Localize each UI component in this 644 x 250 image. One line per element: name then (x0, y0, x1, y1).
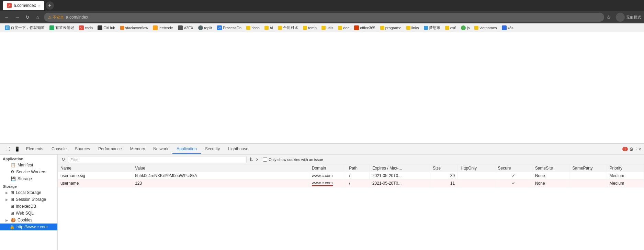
devtools-close-btn[interactable]: × (639, 146, 641, 152)
processon-icon: On (217, 25, 222, 30)
new-tab-btn[interactable]: + (46, 1, 54, 10)
vietnames-icon (474, 26, 478, 30)
bookmark-mengxiangjia[interactable]: 梦想家 (422, 24, 442, 32)
expand-local-storage: ▶ (5, 191, 9, 195)
bookmark-star-btn[interactable]: ☆ (606, 14, 611, 21)
reload-btn[interactable]: ↻ (23, 13, 32, 21)
tab-favicon: A (7, 3, 12, 8)
only-issues-label[interactable]: Only show cookies with an issue (263, 157, 323, 162)
tab-performance[interactable]: Performance (94, 144, 126, 154)
tab-network[interactable]: Network (149, 144, 172, 154)
col-header-domain[interactable]: Domain (309, 164, 346, 172)
bookmark-ai[interactable]: AI (262, 24, 275, 32)
filter-input[interactable] (68, 156, 247, 163)
devtools-settings-btn[interactable]: ⚙ (629, 146, 634, 152)
bookmark-ricoh[interactable]: ricoh (244, 24, 262, 32)
indexeddb-icon: ⊞ (11, 204, 14, 209)
bookmark-v2ex[interactable]: V2EX (176, 24, 195, 32)
profile-avatar (616, 13, 625, 22)
sidebar-item-indexeddb[interactable]: ⊞ IndexedDB (0, 203, 57, 210)
storage-label: Storage (18, 176, 32, 181)
bookmark-links[interactable]: links (404, 24, 421, 32)
refresh-btn[interactable]: ↻ (60, 156, 67, 163)
sidebar-item-cookies[interactable]: ▶ 🍪 Cookies (0, 217, 57, 224)
bookmark-k8s[interactable]: k8s (500, 24, 516, 32)
tab-lighthouse[interactable]: Lighthouse (224, 144, 252, 154)
cell-httponly (458, 172, 495, 180)
forward-btn[interactable]: → (13, 13, 21, 21)
back-btn[interactable]: ← (3, 13, 11, 21)
bookmark-csdn[interactable]: C csdn (77, 24, 95, 32)
col-header-samesite[interactable]: SameSite (532, 164, 569, 172)
cell-priority: Medium (607, 180, 644, 187)
col-header-size[interactable]: Size (430, 164, 457, 172)
tab-close-btn[interactable]: × (38, 4, 40, 8)
active-tab[interactable]: A a.com/index × (3, 1, 44, 10)
devtools-device-btn[interactable]: 📱 (12, 144, 22, 154)
tab-memory[interactable]: Memory (126, 144, 149, 154)
cookie-url-label: http://www.c.com (16, 225, 48, 229)
github-icon (98, 25, 102, 30)
home-btn[interactable]: ⌂ (34, 13, 42, 21)
cookies-table-container: Name Value Domain Path Expires / Max-...… (58, 164, 644, 250)
cell-name: username.sig (58, 172, 132, 180)
cell-value: 123 (132, 180, 309, 187)
col-header-sameparty[interactable]: SameParty (569, 164, 607, 172)
devtools-main: ↻ ⇅ × Only show cookies with an issue N (58, 155, 644, 250)
only-issues-checkbox[interactable] (263, 157, 267, 162)
bookmark-office365[interactable]: office365 (352, 24, 377, 32)
service-workers-label: Service Workers (16, 170, 46, 174)
tab-application[interactable]: Application (172, 144, 201, 154)
sidebar-item-storage[interactable]: 💾 Storage (0, 175, 57, 182)
col-header-value[interactable]: Value (132, 164, 309, 172)
col-header-expires[interactable]: Expires / Max-... (369, 164, 430, 172)
youdao-icon (49, 25, 54, 30)
sidebar-item-service-workers[interactable]: ⚙ Service Workers (0, 169, 57, 175)
bookmark-processon[interactable]: On ProcessOn (215, 24, 244, 32)
col-header-httponly[interactable]: HttpOnly (458, 164, 495, 172)
bookmark-baidu[interactable]: 百 百度一下，你就知道 (3, 24, 47, 32)
bookmark-stackoverflow[interactable]: stackoverflow (118, 24, 150, 32)
cell-value: 5hhk0c4reNXKilP0M0ooWPcr8kA (132, 172, 309, 180)
sidebar-item-session-storage[interactable]: ▶ ⊞ Session Storage (0, 196, 57, 203)
bookmark-doc[interactable]: doc (336, 24, 351, 32)
devtools-inspect-btn[interactable]: ⛶ (3, 144, 12, 154)
bookmark-hetong[interactable]: 合同对比 (276, 24, 300, 32)
bookmark-utils[interactable]: utils (319, 24, 336, 32)
sidebar-item-web-sql[interactable]: ⊞ Web SQL (0, 210, 57, 217)
cookies-toolbar: ↻ ⇅ × Only show cookies with an issue (58, 155, 644, 164)
table-row[interactable]: username 123 www.c.com / 2021-05-20T0...… (58, 180, 644, 187)
tab-security[interactable]: Security (201, 144, 224, 154)
hetong-icon (278, 26, 282, 30)
bookmark-github[interactable]: GitHub (95, 24, 117, 32)
tab-elements[interactable]: Elements (22, 144, 47, 154)
bookmark-vietnames[interactable]: vietnames (472, 24, 499, 32)
devtools-sidebar: Application 📋 Manifest ⚙ Service Workers… (0, 155, 58, 250)
col-header-name[interactable]: Name (58, 164, 132, 172)
cookie-url-icon: 🔒 (10, 225, 15, 229)
temp-icon (303, 26, 307, 30)
table-row[interactable]: username.sig 5hhk0c4reNXKilP0M0ooWPcr8kA… (58, 172, 644, 180)
filter-clear-btn[interactable]: × (256, 157, 259, 162)
devtools-tab-bar: ⛶ 📱 Elements Console Sources Performance… (0, 144, 644, 155)
tab-console[interactable]: Console (47, 144, 71, 154)
office365-icon (354, 25, 359, 30)
bookmark-programe[interactable]: programe (378, 24, 404, 32)
col-header-priority[interactable]: Priority (607, 164, 644, 172)
bookmark-youdao[interactable]: 有道云笔记 (47, 24, 76, 32)
col-header-secure[interactable]: Secure (495, 164, 532, 172)
cell-expires: 2021-05-20T0... (369, 180, 430, 187)
tab-sources[interactable]: Sources (71, 144, 94, 154)
bookmark-js[interactable]: js (459, 24, 472, 32)
sidebar-item-local-storage[interactable]: ▶ ⊞ Local Storage (0, 189, 57, 196)
address-input-bar[interactable]: ⚠ 不安全 a.com/index (44, 13, 604, 22)
sidebar-item-cookie-url[interactable]: 🔒 http://www.c.com (0, 224, 57, 230)
bookmark-leetcode[interactable]: leetcode (151, 24, 175, 32)
sidebar-item-manifest[interactable]: 📋 Manifest (0, 162, 57, 169)
filter-options-btn[interactable]: ⇅ (248, 156, 255, 163)
bookmark-temp[interactable]: temp (301, 24, 318, 32)
bookmark-es6[interactable]: es6 (443, 24, 459, 32)
col-header-path[interactable]: Path (346, 164, 370, 172)
bookmark-replit[interactable]: replit (196, 24, 214, 32)
devtools-more-btn[interactable]: ⋮ (634, 146, 639, 152)
